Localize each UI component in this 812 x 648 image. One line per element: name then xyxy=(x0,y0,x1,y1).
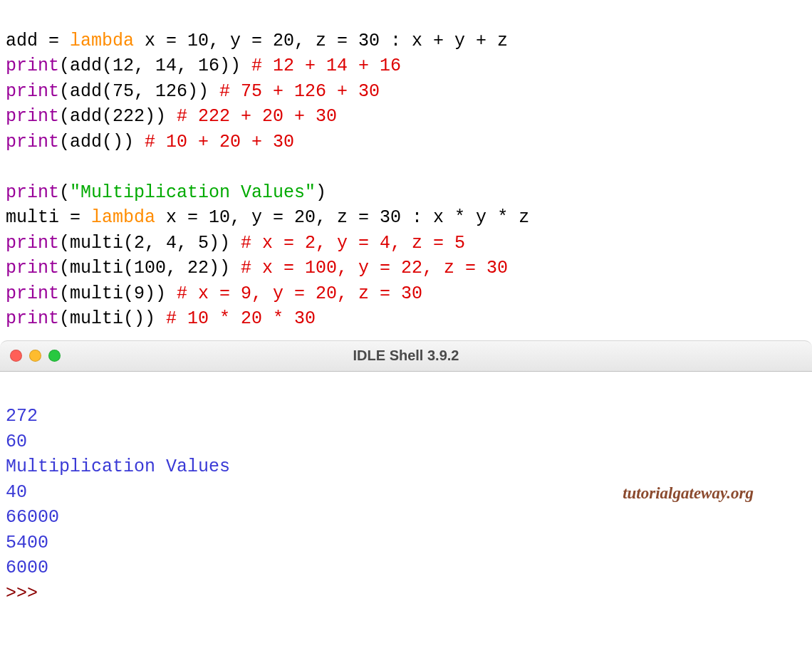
code-comment: # x = 9, y = 20, z = 30 xyxy=(177,283,422,304)
code-comment: # x = 100, y = 22, z = 30 xyxy=(241,258,508,278)
keyword-lambda: lambda xyxy=(91,207,155,228)
string-literal: "Multiplication Values" xyxy=(70,182,316,203)
builtin-print: print xyxy=(6,283,59,304)
code-text: add = xyxy=(6,31,70,51)
builtin-print: print xyxy=(6,308,59,329)
code-text: x = 10, y = 20, z = 30 : x + y + z xyxy=(134,31,508,51)
shell-line: 66000 xyxy=(6,507,59,528)
watermark: tutorialgateway.org xyxy=(623,482,754,506)
minimize-icon[interactable] xyxy=(29,350,41,362)
code-editor: add = lambda x = 10, y = 20, z = 30 : x … xyxy=(0,0,812,340)
shell-line: 5400 xyxy=(6,533,48,553)
builtin-print: print xyxy=(6,81,59,102)
shell-prompt[interactable]: >>> xyxy=(6,583,48,604)
code-text: (add()) xyxy=(59,132,145,152)
code-text: (add(75, 126)) xyxy=(59,81,219,102)
code-text: (multi()) xyxy=(59,308,166,329)
shell-line: 272 xyxy=(6,406,38,427)
code-comment: # 10 * 20 * 30 xyxy=(166,308,316,329)
code-comment: # 75 + 126 + 30 xyxy=(219,81,380,102)
code-text: x = 10, y = 20, z = 30 : x * y * z xyxy=(155,207,529,228)
keyword-lambda: lambda xyxy=(70,31,134,51)
close-icon[interactable] xyxy=(10,350,22,362)
builtin-print: print xyxy=(6,56,59,76)
builtin-print: print xyxy=(6,258,59,278)
zoom-icon[interactable] xyxy=(48,350,61,362)
window-titlebar: IDLE Shell 3.9.2 xyxy=(0,340,812,372)
code-text: (multi(2, 4, 5)) xyxy=(59,233,241,254)
code-text: (add(12, 14, 16)) xyxy=(59,56,251,76)
code-comment: # x = 2, y = 4, z = 5 xyxy=(241,233,465,254)
code-text: multi = xyxy=(6,207,91,228)
builtin-print: print xyxy=(6,233,59,254)
paren: ( xyxy=(59,182,70,203)
code-comment: # 222 + 20 + 30 xyxy=(177,106,337,127)
builtin-print: print xyxy=(6,132,59,152)
shell-line: 6000 xyxy=(6,558,48,578)
shell-line: 60 xyxy=(6,432,27,452)
code-text: (multi(9)) xyxy=(59,283,177,304)
code-comment: # 12 + 14 + 16 xyxy=(251,56,401,76)
shell-line: Multiplication Values xyxy=(6,456,230,477)
window-title: IDLE Shell 3.9.2 xyxy=(0,345,812,365)
builtin-print: print xyxy=(6,182,59,203)
paren: ) xyxy=(316,182,326,203)
code-comment: # 10 + 20 + 30 xyxy=(145,132,294,152)
code-text: (add(222)) xyxy=(59,106,177,127)
builtin-print: print xyxy=(6,106,59,127)
code-text: (multi(100, 22)) xyxy=(59,258,241,278)
traffic-lights xyxy=(10,350,61,362)
shell-line: 40 xyxy=(6,482,27,503)
